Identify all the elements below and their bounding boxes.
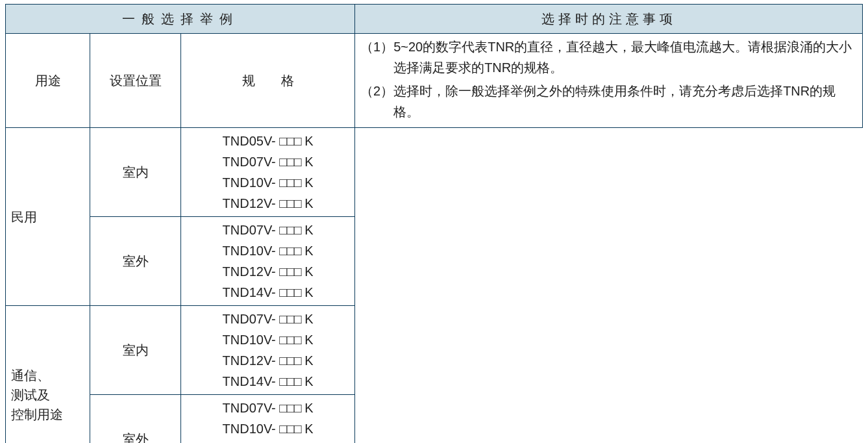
spec-k: K	[301, 134, 314, 148]
note-number: （1）	[360, 36, 393, 78]
spec-prefix: TND12V-	[223, 353, 280, 368]
spec-prefix: TND12V-	[223, 196, 280, 210]
table-row: 室外TND07V- □□□ KTND10V- □□□ KTND12V- □□□ …	[6, 217, 863, 306]
spec-boxes: □□□	[279, 134, 301, 148]
spec-k: K	[301, 333, 314, 347]
spec-line: TND07V- □□□ K	[186, 309, 349, 329]
note-item: （1）5~20的数字代表TNR的直径，直径越大，最大峰值电流越大。请根据浪涌的大…	[360, 36, 857, 78]
spec-k: K	[301, 312, 314, 326]
spec-prefix: TND07V-	[223, 223, 280, 237]
header-row-1: 一般选择举例 选择时的注意事项	[6, 5, 863, 34]
spec-boxes: □□□	[279, 401, 301, 415]
location-cell: 室内	[90, 306, 181, 395]
spec-line: TND12V- □□□ K	[186, 350, 349, 371]
page-container: 一般选择举例 选择时的注意事项 用途 设置位置 规 格 （1）5~20的数字代表…	[0, 0, 868, 443]
spec-line: TND07V- □□□ K	[186, 151, 349, 172]
spec-line: TND10V- □□□ K	[186, 240, 349, 261]
subheader-spec: 规 格	[181, 34, 355, 128]
selection-table: 一般选择举例 选择时的注意事项 用途 设置位置 规 格 （1）5~20的数字代表…	[5, 4, 863, 443]
spec-line: TND14V- □□□ K	[186, 371, 349, 392]
spec-boxes: □□□	[279, 333, 301, 347]
spec-line: TND10V- □□□ K	[186, 172, 349, 193]
spec-prefix: TND07V-	[223, 312, 280, 326]
spec-line: TND10V- □□□ K	[186, 329, 349, 350]
spec-cell: TND07V- □□□ KTND10V- □□□ KTND12V- □□□ KT…	[181, 395, 355, 444]
spec-boxes: □□□	[279, 264, 301, 279]
note-item: （2）选择时，除一般选择举例之外的特殊使用条件时，请充分考虑后选择TNR的规格。	[360, 81, 857, 122]
spec-line: TND05V- □□□ K	[186, 131, 349, 151]
spec-line: TND07V- □□□ K	[186, 398, 349, 418]
notes-cell: （1）5~20的数字代表TNR的直径，直径越大，最大峰值电流越大。请根据浪涌的大…	[355, 34, 863, 128]
spec-boxes: □□□	[279, 175, 301, 190]
spec-k: K	[301, 285, 314, 299]
header-left: 一般选择举例	[6, 5, 355, 34]
usage-cell: 民用	[6, 128, 90, 306]
spec-boxes: □□□	[279, 422, 301, 436]
spec-k: K	[301, 244, 314, 258]
spec-line: TND12V- □□□ K	[186, 261, 349, 282]
spec-cell: TND07V- □□□ KTND10V- □□□ KTND12V- □□□ KT…	[181, 306, 355, 395]
note-number: （2）	[360, 81, 393, 122]
spec-cell: TND05V- □□□ KTND07V- □□□ KTND10V- □□□ KT…	[181, 128, 355, 217]
usage-cell: 通信、测试及控制用途	[6, 306, 90, 444]
location-cell: 室内	[90, 128, 181, 217]
spec-k: K	[301, 353, 314, 368]
spec-boxes: □□□	[279, 312, 301, 326]
spec-cell: TND07V- □□□ KTND10V- □□□ KTND12V- □□□ KT…	[181, 217, 355, 306]
note-text: 选择时，除一般选择举例之外的特殊使用条件时，请充分考虑后选择TNR的规格。	[393, 81, 857, 122]
spec-k: K	[301, 401, 314, 415]
note-text: 5~20的数字代表TNR的直径，直径越大，最大峰值电流越大。请根据浪涌的大小选择…	[393, 36, 857, 78]
spec-k: K	[301, 196, 314, 210]
header-row-2: 用途 设置位置 规 格 （1）5~20的数字代表TNR的直径，直径越大，最大峰值…	[6, 34, 863, 128]
spec-prefix: TND10V-	[223, 333, 280, 347]
spec-prefix: TND07V-	[223, 155, 280, 169]
spec-prefix: TND10V-	[223, 422, 280, 436]
location-cell: 室外	[90, 395, 181, 444]
header-left-text: 一般选择举例	[122, 12, 239, 26]
table-row: 通信、测试及控制用途室内TND07V- □□□ KTND10V- □□□ KTN…	[6, 306, 863, 395]
spec-boxes: □□□	[279, 353, 301, 368]
spec-prefix: TND10V-	[223, 175, 280, 190]
spec-line: TND12V- □□□ K	[186, 193, 349, 214]
spec-boxes: □□□	[279, 285, 301, 299]
spec-k: K	[301, 175, 314, 190]
spec-boxes: □□□	[279, 155, 301, 169]
spec-boxes: □□□	[279, 374, 301, 388]
spec-prefix: TND07V-	[223, 401, 280, 415]
spec-k: K	[301, 374, 314, 388]
spec-k: K	[301, 264, 314, 279]
subheader-location: 设置位置	[90, 34, 181, 128]
spec-k: K	[301, 155, 314, 169]
table-row: 室外TND07V- □□□ KTND10V- □□□ KTND12V- □□□ …	[6, 395, 863, 444]
spec-line: TND14V- □□□ K	[186, 282, 349, 303]
spec-prefix: TND12V-	[223, 264, 280, 279]
spec-k: K	[301, 223, 314, 237]
spec-k: K	[301, 422, 314, 436]
table-body: 民用室内TND05V- □□□ KTND07V- □□□ KTND10V- □□…	[6, 128, 863, 444]
spec-boxes: □□□	[279, 196, 301, 210]
subheader-usage: 用途	[6, 34, 90, 128]
table-row: 民用室内TND05V- □□□ KTND07V- □□□ KTND10V- □□…	[6, 128, 863, 217]
location-cell: 室外	[90, 217, 181, 306]
spec-line: TND12V- □□□ K	[186, 439, 349, 443]
spec-boxes: □□□	[279, 223, 301, 237]
header-right-text: 选择时的注意事项	[541, 12, 676, 26]
spec-prefix: TND14V-	[223, 374, 280, 388]
header-right: 选择时的注意事项	[355, 5, 863, 34]
spec-prefix: TND05V-	[223, 134, 280, 148]
notes-container: （1）5~20的数字代表TNR的直径，直径越大，最大峰值电流越大。请根据浪涌的大…	[360, 36, 857, 122]
spec-line: TND10V- □□□ K	[186, 418, 349, 439]
spec-prefix: TND10V-	[223, 244, 280, 258]
spec-line: TND07V- □□□ K	[186, 220, 349, 240]
spec-prefix: TND14V-	[223, 285, 280, 299]
spec-boxes: □□□	[279, 244, 301, 258]
